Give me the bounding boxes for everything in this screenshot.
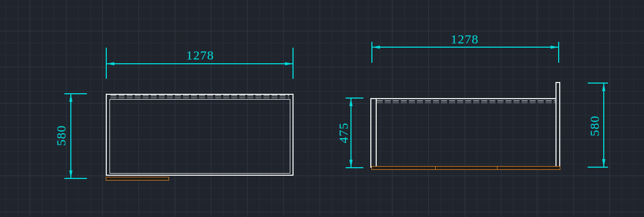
dimension-text[interactable]: 475 — [337, 117, 350, 149]
side-left-wall[interactable] — [370, 98, 377, 168]
arrowhead-down-icon — [349, 160, 353, 168]
cad-canvas[interactable]: 1278 580 1278 — [0, 0, 644, 217]
side-top-edge[interactable] — [370, 98, 557, 99]
dimension-line — [70, 94, 71, 178]
dimension-text[interactable]: 1278 — [449, 33, 481, 46]
side-right-wall[interactable] — [555, 82, 560, 167]
dimension-text[interactable]: 1278 — [184, 49, 216, 62]
extension-line-right — [558, 42, 559, 63]
arrowhead-down-icon — [602, 159, 605, 167]
dimension-line — [603, 83, 604, 167]
side-bottom-bar-1[interactable] — [371, 166, 436, 170]
arrowhead-right-icon — [285, 62, 293, 65]
arrowhead-left-icon — [106, 62, 114, 65]
extension-line-bottom — [346, 167, 363, 168]
front-plinth-bar[interactable] — [106, 177, 169, 181]
arrowhead-up-icon — [69, 94, 72, 102]
side-bottom-bar-2[interactable] — [435, 166, 497, 170]
extension-line-top — [346, 98, 363, 99]
arrowhead-up-icon — [349, 98, 353, 106]
side-top-rail-dashed[interactable] — [377, 100, 555, 103]
arrowhead-up-icon — [602, 83, 605, 91]
arrowhead-left-icon — [372, 46, 380, 49]
dimension-line — [106, 63, 293, 64]
dimension-line — [372, 47, 559, 48]
extension-line-left — [371, 42, 372, 63]
arrowhead-down-icon — [69, 170, 72, 178]
dimension-line — [350, 98, 352, 168]
dimension-text[interactable]: 580 — [588, 110, 601, 142]
front-inner-frame[interactable] — [109, 99, 290, 174]
extension-line-bottom — [64, 178, 87, 179]
dimension-text[interactable]: 580 — [55, 119, 68, 152]
side-bottom-bar-3[interactable] — [497, 166, 560, 170]
front-top-rail-dashed[interactable] — [111, 95, 289, 99]
arrowhead-right-icon — [551, 46, 559, 49]
extension-line-top — [64, 93, 87, 94]
